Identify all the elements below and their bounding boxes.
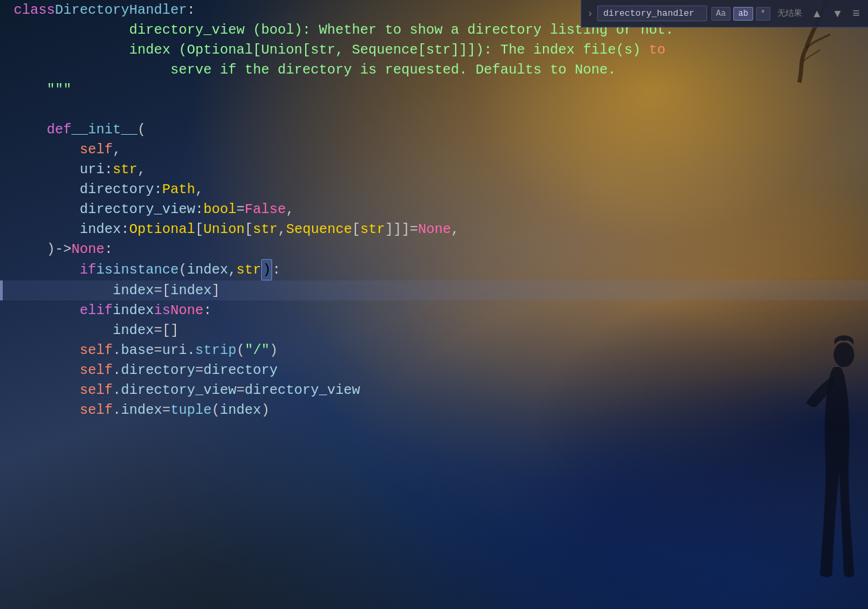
code-line-7: def __init__( [0, 120, 868, 140]
code-line-18: self.base = uri.strip("/") [0, 340, 868, 360]
search-options: Aa ab * [711, 7, 770, 21]
code-line-20: self.directory_view = directory_view [0, 380, 868, 400]
code-line-6 [0, 100, 868, 120]
cursor-indicator [0, 280, 3, 300]
search-menu-button[interactable]: ≡ [849, 5, 863, 22]
search-input[interactable] [597, 5, 707, 21]
code-line-16: elif index is None: [0, 300, 868, 320]
code-line-5: """ [0, 80, 868, 100]
regex-button[interactable]: * [756, 7, 770, 21]
code-line-15: index = [index] [0, 280, 868, 300]
whole-word-button[interactable]: ab [733, 7, 753, 21]
code-line-10: directory: Path, [0, 179, 868, 199]
code-line-12: index: Optional[Union[str, Sequence[str]… [0, 219, 868, 239]
code-line-3: index (Optional[Union[str, Sequence[str]… [0, 40, 868, 60]
code-line-9: uri: str, [0, 159, 868, 179]
match-case-button[interactable]: Aa [711, 7, 731, 21]
search-chevron-icon: › [587, 8, 592, 19]
code-line-13: ) -> None: [0, 239, 868, 259]
code-line-21: self.index = tuple(index) [0, 400, 868, 420]
code-line-8: self, [0, 140, 868, 159]
code-line-17: index = [] [0, 320, 868, 340]
search-up-button[interactable]: ▲ [809, 6, 825, 21]
code-editor: class DirectoryHandler: directory_view (… [0, 0, 868, 609]
code-line-19: self.directory = directory [0, 360, 868, 380]
code-line-4: serve if the directory is requested. Def… [0, 60, 868, 80]
search-down-button[interactable]: ▼ [830, 6, 846, 21]
class-name: DirectoryHandler [55, 0, 187, 20]
code-line-11: directory_view: bool = False, [0, 199, 868, 219]
search-bar: › Aa ab * 无结果 ▲ ▼ ≡ [581, 0, 868, 27]
code-line-14: if isinstance(index, str): [0, 259, 868, 280]
keyword-def: def [47, 120, 71, 140]
no-results-label: 无结果 [775, 8, 805, 19]
keyword-class: class [14, 0, 55, 20]
